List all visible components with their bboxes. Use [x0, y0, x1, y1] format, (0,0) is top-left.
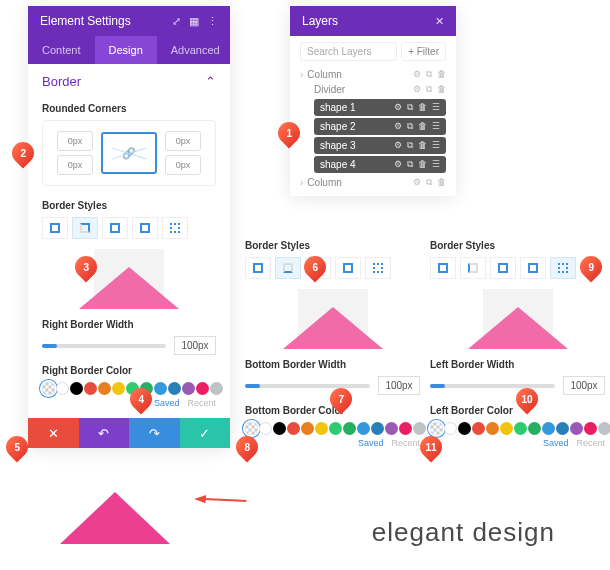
color-swatch[interactable] [168, 382, 181, 395]
recent[interactable]: Recent [391, 438, 420, 448]
color-swatch[interactable] [287, 422, 300, 435]
color-swatch[interactable] [472, 422, 485, 435]
width-value[interactable]: 100px [174, 336, 216, 355]
color-swatch[interactable] [430, 422, 443, 435]
recent[interactable]: Recent [187, 398, 216, 408]
color-swatch[interactable] [273, 422, 286, 435]
color-swatch[interactable] [528, 422, 541, 435]
style-left[interactable] [460, 257, 486, 279]
color-swatch[interactable] [385, 422, 398, 435]
color-swatch[interactable] [570, 422, 583, 435]
style-solid2[interactable] [132, 217, 158, 239]
style-right[interactable] [72, 217, 98, 239]
layers-title: Layers [302, 14, 427, 28]
swatches-right [42, 382, 216, 395]
color-swatch[interactable] [70, 382, 83, 395]
color-swatch[interactable] [399, 422, 412, 435]
layer-shape[interactable]: shape 1⚙⧉🗑☰ [314, 99, 446, 116]
style-dot[interactable] [162, 217, 188, 239]
style-solid[interactable] [490, 257, 516, 279]
color-swatch[interactable] [343, 422, 356, 435]
color-swatch[interactable] [112, 382, 125, 395]
color-label-left: Left Border Color [430, 405, 605, 416]
corner-br[interactable]: 0px [165, 155, 201, 175]
tab-content[interactable]: Content [28, 36, 95, 64]
style-bottom[interactable] [275, 257, 301, 279]
undo-button[interactable]: ↶ [79, 418, 130, 448]
color-swatch[interactable] [371, 422, 384, 435]
saved[interactable]: Saved [154, 398, 180, 408]
drag-icon: ☰ [432, 102, 440, 113]
trash-icon: 🗑 [418, 140, 427, 151]
cancel-button[interactable]: ✕ [28, 418, 79, 448]
layer-column[interactable]: ›Column ⚙⧉🗑 [300, 67, 446, 82]
color-swatch[interactable] [84, 382, 97, 395]
style-all[interactable] [245, 257, 271, 279]
color-swatch[interactable] [458, 422, 471, 435]
width-value[interactable]: 100px [563, 376, 605, 395]
layer-shape[interactable]: shape 3⚙⧉🗑☰ [314, 137, 446, 154]
link-icon[interactable]: 🔗 [101, 132, 157, 174]
color-swatch[interactable] [584, 422, 597, 435]
color-swatch[interactable] [329, 422, 342, 435]
recent[interactable]: Recent [576, 438, 605, 448]
color-swatch[interactable] [259, 422, 272, 435]
settings-title: Element Settings [40, 14, 164, 28]
color-swatch[interactable] [245, 422, 258, 435]
saved[interactable]: Saved [543, 438, 569, 448]
style-dash[interactable] [102, 217, 128, 239]
close-icon[interactable]: ✕ [435, 15, 444, 28]
actions: ✕ ↶ ↷ ✓ [28, 418, 230, 448]
tab-advanced[interactable]: Advanced [157, 36, 234, 64]
redo-button[interactable]: ↷ [129, 418, 180, 448]
color-swatch[interactable] [301, 422, 314, 435]
style-dash[interactable] [520, 257, 546, 279]
color-swatch[interactable] [486, 422, 499, 435]
layer-shape[interactable]: shape 4⚙⧉🗑☰ [314, 156, 446, 173]
color-swatch[interactable] [210, 382, 223, 395]
filter-button[interactable]: + Filter [401, 42, 446, 61]
style-all[interactable] [42, 217, 68, 239]
tab-design[interactable]: Design [95, 36, 157, 64]
color-swatch[interactable] [154, 382, 167, 395]
style-dash[interactable] [335, 257, 361, 279]
slider[interactable] [430, 384, 555, 388]
layer-shape[interactable]: shape 2⚙⧉🗑☰ [314, 118, 446, 135]
color-swatch[interactable] [357, 422, 370, 435]
corner-bl[interactable]: 0px [57, 155, 93, 175]
color-swatch[interactable] [182, 382, 195, 395]
layer-column-2[interactable]: ›Column ⚙⧉🗑 [300, 175, 446, 190]
corners-control[interactable]: 0px 🔗 0px 0px 0px [42, 120, 216, 186]
section-border[interactable]: Border ⌃ [42, 74, 216, 97]
width-slider[interactable] [42, 344, 166, 348]
color-swatch[interactable] [500, 422, 513, 435]
grid-icon[interactable]: ▦ [189, 15, 199, 28]
style-dot[interactable] [550, 257, 576, 279]
color-swatch[interactable] [98, 382, 111, 395]
style-all[interactable] [430, 257, 456, 279]
color-swatch[interactable] [444, 422, 457, 435]
save-button[interactable]: ✓ [180, 418, 231, 448]
corner-tl[interactable]: 0px [57, 131, 93, 151]
saved[interactable]: Saved [358, 438, 384, 448]
width-value[interactable]: 100px [378, 376, 420, 395]
color-swatch[interactable] [556, 422, 569, 435]
search-input[interactable]: Search Layers [300, 42, 397, 61]
color-swatch[interactable] [598, 422, 610, 435]
color-swatch[interactable] [42, 382, 55, 395]
expand-icon[interactable]: ⤢ [172, 15, 181, 28]
color-swatch[interactable] [514, 422, 527, 435]
corner-tr[interactable]: 0px [165, 131, 201, 151]
style-dot[interactable] [365, 257, 391, 279]
color-swatch[interactable] [413, 422, 426, 435]
color-swatch[interactable] [196, 382, 209, 395]
more-icon[interactable]: ⋮ [207, 15, 218, 28]
slider[interactable] [245, 384, 370, 388]
swatches-bottom [245, 422, 420, 435]
color-swatch[interactable] [542, 422, 555, 435]
width-label-left: Left Border Width [430, 359, 605, 370]
color-swatch[interactable] [56, 382, 69, 395]
svg-line-1 [199, 486, 246, 515]
layer-divider[interactable]: Divider ⚙⧉🗑 [300, 82, 446, 97]
color-swatch[interactable] [315, 422, 328, 435]
